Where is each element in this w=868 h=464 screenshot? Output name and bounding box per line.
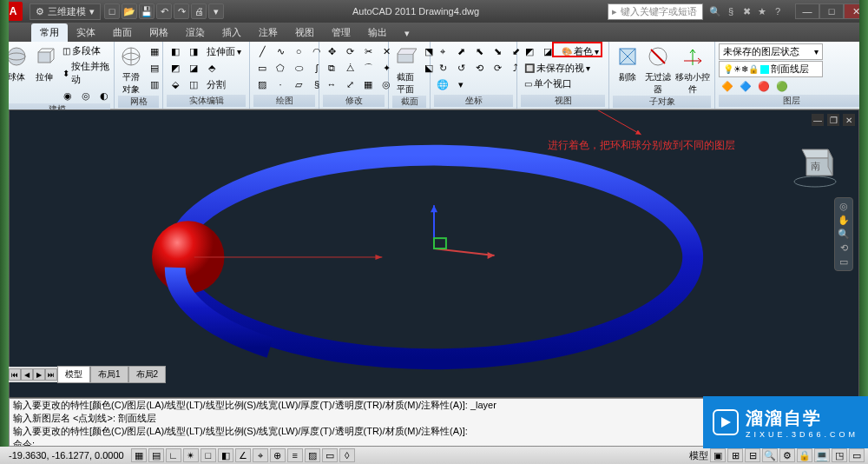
- se-icon7[interactable]: ◫: [185, 76, 202, 92]
- se-icon3[interactable]: ◩: [167, 60, 184, 76]
- ucs-icon7[interactable]: ↺: [452, 60, 470, 76]
- tab-surface[interactable]: 曲面: [104, 23, 141, 42]
- tab-mesh[interactable]: 网格: [141, 23, 177, 42]
- tpy-toggle[interactable]: ▨: [305, 448, 320, 462]
- tab-solid[interactable]: 实体: [68, 23, 104, 42]
- extrude-face-button[interactable]: 拉伸面 ▾: [203, 44, 245, 59]
- ucs-icon9[interactable]: ⟳: [489, 60, 506, 76]
- mirror-icon[interactable]: ⧊: [341, 60, 358, 76]
- search-icon[interactable]: 🔍: [708, 4, 722, 18]
- tab-next-icon[interactable]: ▶: [33, 368, 45, 381]
- layer-icon3[interactable]: 🔴: [755, 78, 773, 94]
- tab-expand-icon[interactable]: ▾: [396, 25, 418, 42]
- tab-layout2[interactable]: 布局2: [128, 366, 167, 383]
- ucs-icon8[interactable]: ⟲: [470, 60, 488, 76]
- favorite-icon[interactable]: ★: [755, 4, 769, 18]
- view-icon2[interactable]: ◪: [539, 44, 556, 60]
- status-workspace-icon[interactable]: ⚙: [779, 448, 795, 462]
- se-icon6[interactable]: ⬙: [167, 76, 184, 92]
- se-icon5[interactable]: ⬘: [203, 60, 220, 76]
- dyn-toggle[interactable]: ⊕: [270, 448, 286, 462]
- tab-render[interactable]: 渲染: [177, 23, 214, 42]
- qp-toggle[interactable]: ▭: [322, 448, 338, 462]
- extrude-button[interactable]: 拉伸: [31, 43, 57, 83]
- status-icon1[interactable]: ▣: [710, 448, 726, 462]
- mesh-more-icon[interactable]: ▦: [146, 43, 163, 59]
- cull-button[interactable]: 剔除: [613, 43, 641, 83]
- array-icon[interactable]: ▦: [359, 76, 377, 92]
- unsaved-view-button[interactable]: 🔲 未保存的视▾: [521, 61, 605, 76]
- help-icon[interactable]: ?: [771, 4, 785, 18]
- se-icon2[interactable]: ◨: [185, 43, 202, 59]
- layer-icon2[interactable]: 🔷: [737, 78, 754, 94]
- point-icon[interactable]: ·: [272, 76, 289, 92]
- tab-manage[interactable]: 管理: [323, 23, 359, 42]
- ucs-icon6[interactable]: ↻: [434, 60, 451, 76]
- move-gizmo-button[interactable]: 移动小控件: [674, 43, 711, 96]
- intersect-icon[interactable]: ◐: [95, 88, 113, 103]
- region-icon[interactable]: ▱: [290, 76, 307, 92]
- polysolid-button[interactable]: ◫ 多段体: [59, 43, 113, 58]
- smooth-object-button[interactable]: 平滑 对象: [118, 43, 144, 96]
- move-icon[interactable]: ✥: [323, 43, 340, 59]
- se-icon4[interactable]: ◪: [185, 60, 202, 76]
- status-icon3[interactable]: ⊟: [745, 448, 760, 462]
- no-filter-button[interactable]: 无过滤器: [643, 43, 672, 96]
- circle-icon[interactable]: ○: [290, 43, 307, 59]
- tab-home[interactable]: 常用: [31, 23, 68, 42]
- presspull-button[interactable]: ⬍ 按住并拖动: [59, 59, 113, 87]
- section-plane-button[interactable]: 截面 平面: [392, 43, 418, 96]
- se-icon1[interactable]: ◧: [167, 43, 184, 59]
- ucs-icon1[interactable]: ⌖: [434, 43, 451, 59]
- rect-icon[interactable]: ▭: [253, 60, 271, 76]
- ucs-world-icon[interactable]: 🌐: [434, 76, 451, 92]
- 3dosnap-toggle[interactable]: ◧: [218, 448, 233, 462]
- subtract-icon[interactable]: ◎: [77, 88, 95, 103]
- minimize-button[interactable]: —: [795, 3, 819, 19]
- trim-icon[interactable]: ✂: [359, 43, 377, 59]
- search-input[interactable]: ▸ 键入关键字或短语: [608, 3, 703, 20]
- workspace-selector[interactable]: ⚙ 三维建模 ▾: [30, 3, 101, 20]
- layer-state-dropdown[interactable]: 未保存的图层状态▾: [719, 43, 823, 60]
- status-annoscale[interactable]: 🔍: [762, 448, 778, 462]
- single-viewport-button[interactable]: ▭ 单个视口: [521, 76, 605, 91]
- exchange-icon[interactable]: ✖: [740, 4, 753, 18]
- tab-last-icon[interactable]: ⏭: [45, 368, 57, 381]
- tab-output[interactable]: 输出: [359, 23, 396, 42]
- ucs-icon4[interactable]: ⬊: [489, 43, 506, 59]
- otrack-toggle[interactable]: ∠: [235, 448, 251, 462]
- scale-icon[interactable]: ⤢: [341, 76, 358, 92]
- union-icon[interactable]: ◉: [59, 88, 76, 103]
- viewport[interactable]: — ❐ ✕ 南 ◎ ✋ 🔍 ⟲ ▭: [9, 109, 859, 398]
- status-lock-icon[interactable]: 🔒: [797, 448, 812, 462]
- lwt-toggle[interactable]: ≡: [287, 448, 303, 462]
- qat-dropdown-icon[interactable]: ▾: [208, 3, 224, 19]
- maximize-button[interactable]: □: [819, 3, 844, 19]
- visual-style-button[interactable]: 🎨 着色 ▾: [557, 43, 603, 60]
- fillet-icon[interactable]: ⌒: [359, 60, 377, 76]
- new-icon[interactable]: □: [104, 3, 120, 19]
- save-icon[interactable]: 💾: [139, 3, 155, 19]
- view-icon1[interactable]: ◩: [521, 44, 538, 60]
- sc-toggle[interactable]: ◊: [339, 448, 355, 462]
- undo-icon[interactable]: ↶: [156, 3, 172, 19]
- tab-model[interactable]: 模型: [57, 366, 90, 383]
- tab-first-icon[interactable]: ⏮: [9, 368, 21, 381]
- hatch-icon[interactable]: ▨: [253, 76, 271, 92]
- stretch-icon[interactable]: ↔: [323, 76, 340, 92]
- subscription-icon[interactable]: §: [724, 4, 738, 18]
- ortho-toggle[interactable]: ∟: [166, 448, 181, 462]
- mesh-less-icon[interactable]: ▤: [146, 60, 163, 76]
- osnap-toggle[interactable]: □: [201, 448, 216, 462]
- status-icon2[interactable]: ⊞: [727, 448, 743, 462]
- tab-prev-icon[interactable]: ◀: [21, 368, 33, 381]
- polyline-icon[interactable]: ∿: [272, 43, 289, 59]
- copy-icon[interactable]: ⧉: [323, 60, 340, 76]
- tab-insert[interactable]: 插入: [214, 23, 250, 42]
- tab-annotate[interactable]: 注释: [250, 23, 286, 42]
- layer-dropdown[interactable]: 💡☀❄🔒 剖面线层: [719, 61, 823, 77]
- rotate-icon[interactable]: ⟳: [341, 43, 358, 59]
- mesh-refine-icon[interactable]: ▥: [146, 76, 163, 92]
- ellipse-icon[interactable]: ⬭: [290, 60, 307, 76]
- ucs-icon3[interactable]: ⬉: [470, 43, 488, 59]
